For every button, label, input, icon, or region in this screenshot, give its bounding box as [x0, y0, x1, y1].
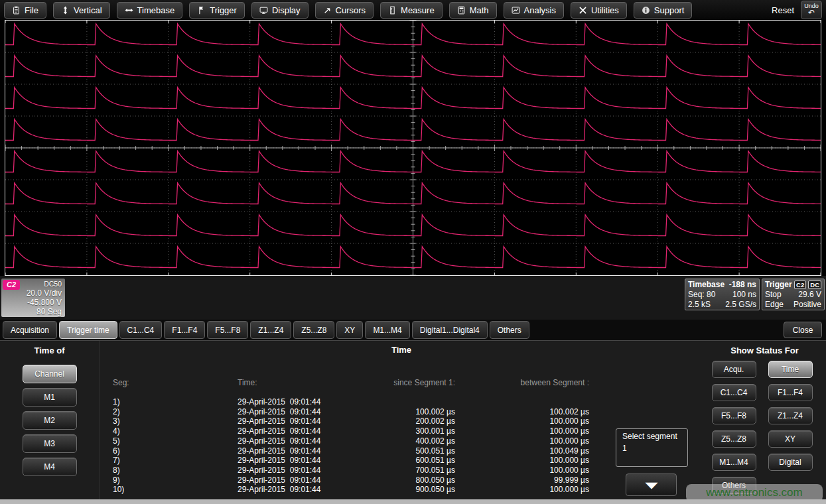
status-f1-f4-button[interactable]: F1...F4	[768, 384, 813, 401]
table-cell: 500.051 µs	[415, 446, 455, 456]
table-cell: 100.000 µs	[549, 416, 589, 426]
table-row: 7)29-April-2015 09:01:44600.051 µs100.00…	[100, 456, 703, 466]
table-cell: 29-April-2015 09:01:44	[238, 436, 320, 446]
table-cell: 99.999 µs	[554, 475, 589, 485]
tab-xy[interactable]: XY	[336, 321, 363, 339]
trigger-source-badge: C2	[794, 281, 806, 289]
table-cell: 9)	[113, 475, 120, 485]
trigger-title: Trigger	[765, 280, 792, 290]
table-row: 8)29-April-2015 09:01:44700.051 µs100.00…	[100, 466, 703, 475]
trigger-descriptor[interactable]: Trigger C2 DC Stop 29.6 V Edge Positive	[762, 279, 825, 310]
close-button[interactable]: Close	[784, 322, 822, 338]
menu-timebase-button[interactable]: Timebase	[117, 2, 183, 19]
tab-acquisition[interactable]: Acquisition	[3, 321, 57, 339]
menu-label: Utilities	[591, 5, 619, 15]
channel-scale: 20.0 V/div	[1, 288, 62, 298]
table-cell: 10)	[113, 485, 124, 494]
table-cell: 3)	[113, 416, 120, 426]
status-time-button[interactable]: Time	[768, 361, 813, 378]
status-xy-button[interactable]: XY	[768, 430, 813, 448]
channel-badge: C2	[3, 280, 20, 290]
table-cell: 29-April-2015 09:01:44	[238, 446, 320, 456]
table-cell: 100.000 µs	[549, 456, 589, 465]
tab-digital1-digital4[interactable]: Digital1...Digital4	[412, 321, 488, 339]
trigger-time-panel: Time of ChannelM1M2M3M4 Time Seg: Time: …	[0, 340, 826, 499]
time-of-channel-button[interactable]: Channel	[23, 365, 77, 383]
waveform-display[interactable]	[5, 20, 821, 276]
tab-z1-z4[interactable]: Z1...Z4	[250, 321, 291, 339]
menu-label: Timebase	[137, 5, 175, 15]
time-table-title: Time	[100, 345, 703, 355]
cursors-icon	[323, 6, 332, 15]
table-cell: 200.002 µs	[415, 416, 455, 426]
select-segment-field[interactable]: Select segment 1	[616, 428, 688, 467]
status-acqu-button[interactable]: Acqu.	[712, 361, 756, 378]
tab-f5-f8[interactable]: F5...F8	[207, 321, 248, 339]
time-of-m4-button[interactable]: M4	[23, 458, 77, 476]
time-of-title: Time of	[0, 346, 99, 355]
table-cell: 4)	[113, 426, 120, 436]
trigger-type: Edge	[765, 300, 784, 310]
status-z5-z8-button[interactable]: Z5...Z8	[712, 430, 756, 448]
time-of-m1-button[interactable]: M1	[23, 388, 77, 407]
status-digital-button[interactable]: Digital	[768, 454, 813, 471]
table-cell: 29-April-2015 09:01:44	[238, 397, 320, 407]
timebase-icon	[125, 6, 133, 15]
segment-down-button[interactable]: ▼	[626, 473, 677, 496]
menu-label: Display	[272, 5, 301, 15]
tab-z5-z8[interactable]: Z5...Z8	[293, 321, 334, 339]
table-cell: 300.001 µs	[415, 426, 455, 436]
menu-math-button[interactable]: Math	[449, 2, 497, 19]
table-cell: 5)	[113, 436, 120, 446]
trigger-slope: Positive	[793, 300, 821, 310]
table-cell: 600.051 µs	[415, 456, 455, 465]
undo-button[interactable]: Undo ↶	[801, 1, 822, 19]
status-m1-m4-button[interactable]: M1...M4	[712, 454, 756, 471]
status-f5-f8-button[interactable]: F5...F8	[712, 407, 756, 424]
time-of-m3-button[interactable]: M3	[23, 434, 77, 453]
menu-vertical-button[interactable]: Vertical	[53, 2, 110, 19]
table-cell: 400.002 µs	[415, 436, 455, 446]
table-cell: 100.000 µs	[549, 485, 589, 494]
menu-trigger-button[interactable]: Trigger	[189, 2, 245, 19]
timebase-title: Timebase	[688, 280, 724, 290]
math-icon	[457, 6, 466, 15]
tab-trigger-time[interactable]: Trigger time	[59, 321, 117, 339]
menu-support-button[interactable]: Support	[634, 2, 693, 19]
tab-others[interactable]: Others	[490, 321, 529, 339]
column-since-segment: since Segment 1:	[393, 378, 455, 387]
status-c1-c4-button[interactable]: C1...C4	[712, 384, 756, 401]
menu-label: File	[25, 5, 38, 15]
menu-measure-button[interactable]: Measure	[380, 2, 443, 19]
menu-analysis-button[interactable]: Analysis	[504, 2, 564, 19]
table-cell: 100.000 µs	[549, 466, 589, 475]
status-z1-z4-button[interactable]: Z1...Z4	[768, 407, 813, 424]
time-of-m2-button[interactable]: M2	[23, 411, 77, 430]
down-triangle-icon: ▼	[645, 480, 657, 490]
tab-f1-f4[interactable]: F1...F4	[164, 321, 205, 339]
menu-file-button[interactable]: File	[4, 2, 46, 19]
table-cell: 8)	[113, 466, 120, 475]
channel-c2-descriptor[interactable]: C2 DC50 20.0 V/div -45.800 V 80 Seg	[1, 279, 65, 317]
reset-button[interactable]: Reset	[772, 5, 794, 15]
table-cell: 100.002 µs	[415, 407, 455, 416]
tab-m1-m4[interactable]: M1...M4	[365, 321, 409, 339]
column-seg: Seg:	[113, 378, 129, 387]
segment-mosaic-chart	[5, 21, 821, 275]
table-row: 4)29-April-2015 09:01:44300.001 µs100.00…	[100, 426, 703, 436]
tab-c1-c4[interactable]: C1...C4	[119, 321, 163, 339]
bottom-strip	[0, 499, 826, 504]
utilities-icon	[579, 6, 587, 15]
table-cell: 100.000 µs	[549, 436, 589, 446]
menu-display-button[interactable]: Display	[251, 2, 309, 19]
analysis-icon	[512, 6, 520, 15]
timebase-seq: Seq: 80	[688, 290, 715, 300]
table-cell: 700.051 µs	[415, 466, 455, 475]
menu-cursors-button[interactable]: Cursors	[315, 2, 374, 19]
timebase-descriptor[interactable]: Timebase -188 ns Seq: 80 100 ns 2.5 kS 2…	[685, 279, 760, 310]
menu-label: Support	[654, 5, 685, 15]
menu-utilities-button[interactable]: Utilities	[571, 2, 627, 19]
table-cell: 2)	[113, 407, 120, 416]
time-of-panel: Time of ChannelM1M2M3M4	[0, 341, 100, 499]
menu-label: Vertical	[74, 5, 102, 15]
